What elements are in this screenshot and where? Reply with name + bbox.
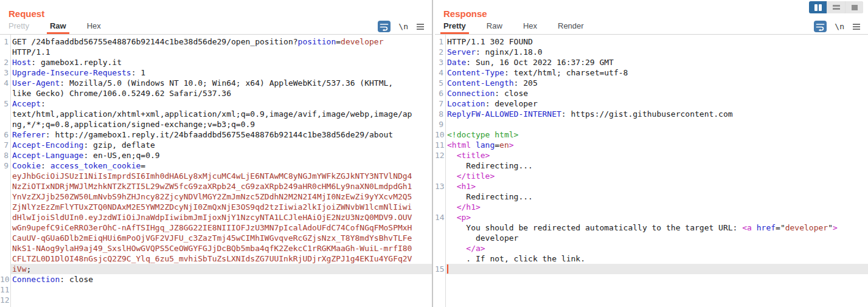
code-text[interactable]: ReplyFW-ALLOWED-INTERNET: https://gist.g…: [445, 109, 868, 119]
request-editor-menu-button[interactable]: [416, 23, 425, 30]
code-text[interactable]: text/html,application/xhtml+xml,applicat…: [10, 109, 432, 119]
code-text[interactable]: Connection: close: [445, 88, 868, 98]
line-number: 3: [435, 57, 445, 67]
code-text[interactable]: eyJhbGciOiJSUzI1NiIsImprdSI6Imh0dHA6Ly8x…: [10, 171, 432, 181]
code-text[interactable]: [445, 264, 868, 274]
code-line: eyJhbGciOiJSUzI1NiIsImprdSI6Imh0dHA6Ly8x…: [0, 171, 432, 181]
word-wrap-icon: [380, 22, 389, 31]
tab-hex[interactable]: Hex: [84, 21, 104, 34]
code-text[interactable]: HTTP/1.1 302 FOUND: [445, 36, 868, 47]
code-line: NzZiOTIxNDRjMWJlMzhkNTZkZTI5L29wZW5fcG9z…: [0, 181, 432, 191]
code-text[interactable]: Referer: http://gamebox1.reply.it/24bfaa…: [10, 129, 432, 140]
code-text[interactable]: <h1>: [445, 181, 868, 191]
line-number: [435, 171, 445, 181]
code-text[interactable]: Accept-Language: en-US,en;q=0.9: [10, 150, 432, 160]
word-wrap-button[interactable]: [378, 21, 391, 32]
newline-visibility-toggle[interactable]: \n: [835, 22, 844, 31]
code-text[interactable]: [10, 285, 432, 295]
response-editor-menu-button[interactable]: [852, 23, 861, 30]
line-number: [435, 222, 445, 233]
code-text[interactable]: Upgrade-Insecure-Requests: 1: [10, 67, 432, 78]
code-text[interactable]: </title>: [445, 171, 868, 181]
code-text[interactable]: CauUV-qGUa6Dlb2mEiqHUi6mPoOjVGF2VJFU_c3Z…: [10, 233, 432, 243]
tab-raw[interactable]: Raw: [484, 21, 505, 34]
code-line: 7Location: developer: [435, 98, 868, 109]
tab-hex[interactable]: Hex: [520, 21, 540, 34]
code-text[interactable]: Cookie: access_token_cookie=: [10, 160, 432, 171]
code-line: </h1>: [435, 202, 868, 212]
code-text[interactable]: GET /24bfaaddbd56755e48876b92144c1be38d5…: [10, 36, 432, 47]
side-by-side-layout-button[interactable]: [809, 1, 827, 13]
code-line: 12: [0, 295, 432, 305]
code-text[interactable]: Accept:: [10, 98, 432, 109]
code-text[interactable]: <p>: [445, 212, 868, 222]
code-text[interactable]: NzZiOTIxNDRjMWJlMzhkNTZkZTI5L29wZW5fcG9z…: [10, 181, 432, 191]
line-number: 9: [0, 160, 10, 171]
code-text[interactable]: <html lang=en>: [445, 140, 868, 150]
code-text[interactable]: ng,*/*;q=0.8,application/signed-exchange…: [10, 119, 432, 129]
code-text[interactable]: NkS1-NAog9ylaH9aj49_SxslHOwGVQPS5CeOWGYF…: [10, 243, 432, 254]
line-number: [435, 191, 445, 202]
code-line: 10Connection: close: [0, 274, 432, 285]
code-text[interactable]: <title>: [445, 150, 868, 160]
code-text[interactable]: wGn9upefC9iCeRRO3erOhC-nAfTSIHgq_JZ8GG22…: [10, 222, 432, 233]
line-number: [435, 254, 445, 264]
code-text[interactable]: [445, 119, 868, 129]
line-number: [0, 243, 10, 254]
tab-raw[interactable]: Raw: [47, 21, 69, 34]
single-panel-layout-button[interactable]: [845, 1, 863, 13]
code-line: 8Accept-Language: en-US,en;q=0.9: [0, 150, 432, 160]
code-text[interactable]: </a>: [445, 243, 868, 254]
code-text[interactable]: HTTP/1.1: [10, 47, 432, 57]
code-text[interactable]: </h1>: [445, 202, 868, 212]
code-text[interactable]: Content-Length: 205: [445, 78, 868, 88]
code-text[interactable]: Redirecting...: [445, 191, 868, 202]
code-line: 3Upgrade-Insecure-Requests: 1: [0, 67, 432, 78]
code-text[interactable]: dHlwIjoiSldUIn0.eyJzdWIiOiJnaWdpIiwibmJm…: [10, 212, 432, 222]
code-text[interactable]: YnVzZXJjb250ZW50LmNvbS9hZHJncy82ZjcyNDVl…: [10, 191, 432, 202]
code-text[interactable]: User-Agent: Mozilla/5.0 (Windows NT 10.0…: [10, 78, 432, 88]
code-text[interactable]: iVw;: [10, 264, 432, 274]
line-number: 8: [0, 150, 10, 160]
code-text[interactable]: Date: Sun, 16 Oct 2022 16:37:29 GMT: [445, 57, 868, 67]
code-line: 13 <h1>: [435, 181, 868, 191]
code-text[interactable]: Redirecting...: [445, 160, 868, 171]
gutter-separator: [445, 35, 446, 307]
line-number: 10: [0, 274, 10, 285]
layout-switcher: [809, 1, 863, 13]
code-text[interactable]: Connection: close: [10, 274, 432, 285]
code-text[interactable]: . If not, click the link.: [445, 254, 868, 264]
two-columns-icon: [814, 4, 822, 11]
code-text[interactable]: like Gecko) Chrome/106.0.5249.62 Safari/…: [10, 88, 432, 98]
line-number: 6: [0, 129, 10, 140]
code-text[interactable]: Accept-Encoding: gzip, deflate: [10, 140, 432, 150]
code-text[interactable]: developer: [445, 233, 868, 243]
line-number: 1: [435, 36, 445, 47]
code-text[interactable]: [10, 295, 432, 305]
line-number: [435, 160, 445, 171]
code-text[interactable]: Location: developer: [445, 98, 868, 109]
response-editor[interactable]: 1HTTP/1.1 302 FOUND2Server: nginx/1.18.0…: [435, 35, 868, 307]
code-text[interactable]: You should be redirected automatically t…: [445, 222, 868, 233]
line-number: 10: [435, 129, 445, 140]
line-number: [0, 254, 10, 264]
code-text[interactable]: Server: nginx/1.18.0: [445, 47, 868, 57]
line-number: 13: [435, 181, 445, 191]
line-number: 2: [435, 47, 445, 57]
request-editor[interactable]: 1GET /24bfaaddbd56755e48876b92144c1be38d…: [0, 35, 432, 307]
code-text[interactable]: <!doctype html>: [445, 129, 868, 140]
line-number: 7: [0, 140, 10, 150]
code-line: </title>: [435, 171, 868, 181]
code-text[interactable]: Content-Type: text/html; charset=utf-8: [445, 67, 868, 78]
code-line: 10<!doctype html>: [435, 129, 868, 140]
tab-pretty[interactable]: Pretty: [440, 21, 469, 34]
code-line: dHlwIjoiSldUIn0.eyJzdWIiOiJnaWdpIiwibmJm…: [0, 212, 432, 222]
line-number: 14: [435, 212, 445, 222]
word-wrap-button[interactable]: [814, 21, 827, 32]
code-text[interactable]: ZjNlYzEzZmFlYTUxZTQ0NDAxM2E5YWM2ZDcyNjI0…: [10, 202, 432, 212]
stacked-layout-button[interactable]: [827, 1, 845, 13]
code-text[interactable]: Host: gamebox1.reply.it: [10, 57, 432, 67]
newline-visibility-toggle[interactable]: \n: [398, 22, 408, 31]
tab-render[interactable]: Render: [555, 21, 587, 34]
code-text[interactable]: CFLTZL0D1DlOI48nGsjcQ2Z9C_Ylq_6zu5_mvhiS…: [10, 254, 432, 264]
